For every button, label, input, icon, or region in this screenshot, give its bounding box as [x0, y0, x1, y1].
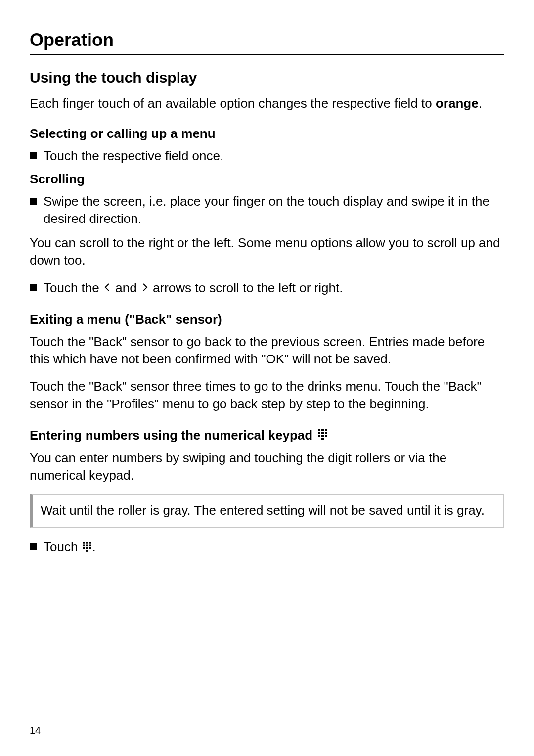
bullet-list: Swipe the screen, i.e. place your finger… — [30, 193, 504, 227]
arrow-instruction: Touch the and arrows to scroll to the le… — [30, 279, 504, 298]
paragraph: Touch the "Back" sensor to go back to th… — [30, 333, 504, 368]
svg-rect-6 — [318, 435, 320, 437]
subheading-scrolling: Scrolling — [30, 172, 504, 187]
svg-rect-16 — [83, 547, 85, 549]
intro-text: Each finger touch of an available option… — [30, 96, 436, 111]
svg-rect-13 — [83, 545, 85, 547]
svg-rect-10 — [83, 542, 85, 544]
svg-rect-19 — [86, 550, 88, 552]
paragraph: You can scroll to the right or the left.… — [30, 234, 504, 269]
svg-rect-9 — [321, 438, 324, 440]
svg-rect-4 — [321, 432, 324, 434]
svg-rect-1 — [321, 429, 324, 431]
keypad-icon — [318, 428, 328, 444]
svg-rect-0 — [318, 429, 320, 431]
intro-bold: orange — [436, 96, 479, 111]
touch-instruction: Touch . — [30, 538, 504, 557]
text: Touch the — [44, 280, 103, 295]
keypad-icon — [83, 539, 91, 556]
svg-rect-11 — [86, 542, 88, 544]
svg-rect-17 — [86, 547, 88, 549]
subheading-exiting-menu: Exiting a menu ("Back" sensor) — [30, 312, 504, 327]
text: Touch — [44, 539, 82, 554]
paragraph: You can enter numbers by swiping and tou… — [30, 449, 504, 484]
svg-rect-8 — [325, 435, 327, 437]
svg-rect-7 — [321, 435, 324, 437]
manual-page: Operation Using the touch display Each f… — [0, 0, 534, 756]
section-title: Using the touch display — [30, 69, 504, 86]
note-text: Wait until the roller is gray. The enter… — [41, 503, 485, 518]
chevron-left-icon — [103, 279, 112, 296]
text: and — [112, 280, 140, 295]
intro-paragraph: Each finger touch of an available option… — [30, 95, 504, 112]
intro-suffix: . — [479, 96, 482, 111]
svg-rect-14 — [86, 545, 88, 547]
paragraph: Touch the "Back" sensor three times to g… — [30, 378, 504, 412]
svg-rect-2 — [325, 429, 327, 431]
note-box: Wait until the roller is gray. The enter… — [30, 494, 504, 527]
subheading-selecting-menu: Selecting or calling up a menu — [30, 126, 504, 141]
bullet-list: Touch the respective field once. — [30, 147, 504, 165]
svg-rect-12 — [89, 542, 91, 544]
text: arrows to scroll to the left or right. — [149, 280, 343, 295]
svg-rect-15 — [89, 545, 91, 547]
chevron-right-icon — [140, 279, 149, 296]
list-item: Touch the respective field once. — [30, 147, 504, 165]
text: . — [92, 539, 96, 554]
subheading-entering-numbers: Entering numbers using the numerical key… — [30, 428, 504, 444]
subheading-text: Entering numbers using the numerical key… — [30, 428, 316, 443]
chapter-title: Operation — [30, 30, 504, 55]
page-number: 14 — [30, 725, 41, 736]
svg-rect-3 — [318, 432, 320, 434]
svg-rect-5 — [325, 432, 327, 434]
svg-rect-18 — [89, 547, 91, 549]
list-item: Swipe the screen, i.e. place your finger… — [30, 193, 504, 227]
